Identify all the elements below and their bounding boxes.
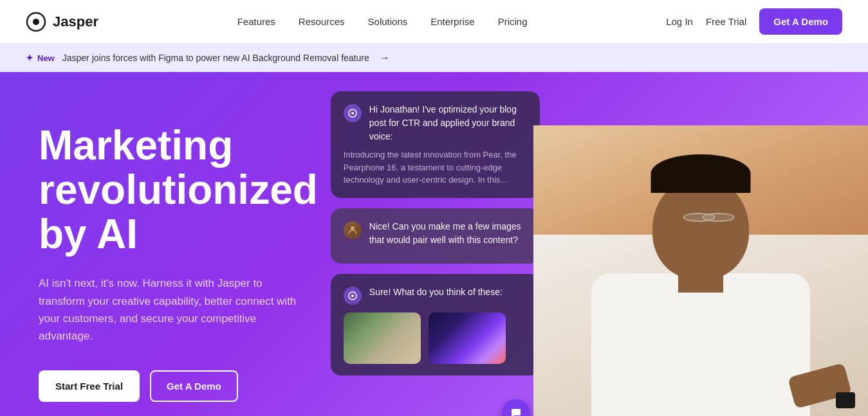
login-link[interactable]: Log In	[666, 16, 693, 27]
hero-buttons: Start Free Trial Get A Demo	[39, 370, 318, 402]
bubble-2-header: Nice! Can you make me a few images that …	[344, 220, 527, 247]
bubble-2-text: Nice! Can you make me a few images that …	[369, 220, 527, 247]
bubble-1-subtext: Introducing the latest innovation from P…	[344, 149, 527, 186]
person-container: Jonathan	[533, 125, 868, 416]
jasper-avatar-3	[344, 287, 362, 305]
chat-image-2	[429, 312, 506, 364]
svg-point-1	[33, 19, 39, 25]
sparkle-icon: ✦	[26, 53, 33, 63]
chat-images	[344, 312, 527, 364]
get-demo-nav-button[interactable]: Get A Demo	[759, 8, 842, 35]
free-trial-link[interactable]: Free Trial	[706, 16, 746, 27]
start-free-trial-button[interactable]: Start Free Trial	[39, 370, 140, 402]
hero-left: Marketing revolutionized by AI AI isn't …	[0, 72, 318, 416]
person-photo	[533, 125, 868, 416]
bubble-3-header: Sure! What do you think of these:	[344, 285, 527, 305]
nav-resources[interactable]: Resources	[299, 16, 345, 27]
get-demo-hero-button[interactable]: Get A Demo	[150, 370, 238, 402]
new-badge: ✦ New	[26, 53, 55, 63]
nav-features[interactable]: Features	[237, 16, 275, 27]
logo[interactable]: Jasper	[26, 12, 98, 32]
navbar: Jasper Features Resources Solutions Ente…	[0, 0, 868, 44]
hero-right: Hi Jonathan! I've optimized your blog po…	[318, 72, 868, 416]
nav-links: Features Resources Solutions Enterprise …	[237, 16, 528, 27]
nav-actions: Log In Free Trial Get A Demo	[666, 8, 842, 35]
announcement-bar[interactable]: ✦ New Jasper joins forces with Figma to …	[0, 44, 868, 72]
nav-solutions[interactable]: Solutions	[368, 16, 408, 27]
bubble-1-text: Hi Jonathan! I've optimized your blog po…	[369, 103, 527, 143]
hero-section: Marketing revolutionized by AI AI isn't …	[0, 72, 868, 416]
chat-container: Hi Jonathan! I've optimized your blog po…	[318, 91, 540, 375]
nav-pricing[interactable]: Pricing	[498, 16, 528, 27]
bubble-3-text: Sure! What do you think of these:	[369, 285, 503, 299]
svg-point-3	[351, 112, 354, 114]
chat-bubble-2: Nice! Can you make me a few images that …	[331, 208, 540, 264]
chat-image-1	[344, 312, 421, 364]
svg-point-4	[351, 226, 355, 230]
logo-text: Jasper	[53, 14, 98, 30]
hero-headline: Marketing revolutionized by AI	[39, 123, 318, 257]
jasper-logo-icon	[26, 12, 46, 32]
chat-bubble-1: Hi Jonathan! I've optimized your blog po…	[331, 91, 540, 198]
bubble-1-header: Hi Jonathan! I've optimized your blog po…	[344, 103, 527, 143]
announcement-arrow: →	[380, 52, 390, 64]
svg-point-6	[351, 294, 354, 297]
announcement-text: Jasper joins forces with Figma to power …	[62, 53, 369, 63]
chat-widget-button[interactable]	[502, 399, 530, 416]
jasper-avatar-1	[344, 104, 362, 122]
chat-widget-icon	[510, 407, 522, 416]
hero-subtext: AI isn't next, it's now. Harness it with…	[39, 275, 309, 345]
nav-enterprise[interactable]: Enterprise	[430, 16, 474, 27]
chat-bubble-3: Sure! What do you think of these:	[331, 274, 540, 375]
user-avatar	[344, 221, 362, 239]
new-label: New	[37, 53, 55, 63]
